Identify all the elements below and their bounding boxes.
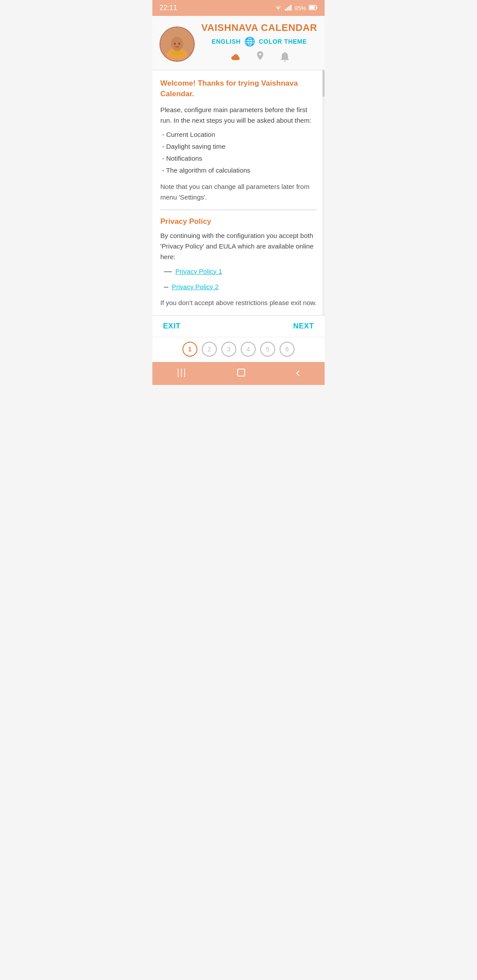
header-right: VAISHNAVA CALENDAR ENGLISH 🌐 COLOR THEME: [201, 22, 318, 66]
step-5[interactable]: 5: [260, 342, 275, 357]
section-divider: [160, 210, 317, 210]
home-nav-icon[interactable]: [236, 367, 246, 378]
svg-rect-0: [285, 9, 286, 11]
menu-nav-icon[interactable]: |||: [177, 367, 187, 377]
nav-bar: ||| ‹: [152, 362, 325, 385]
dash-2: –: [164, 282, 168, 291]
svg-rect-5: [310, 6, 315, 9]
avatar-image: [161, 28, 193, 60]
wifi-icon: [274, 4, 282, 12]
status-time: 22:11: [159, 4, 177, 12]
svg-point-13: [171, 51, 183, 55]
app-title: VAISHNAVA CALENDAR: [201, 22, 317, 34]
svg-rect-1: [287, 8, 288, 11]
language-button[interactable]: ENGLISH: [212, 38, 241, 45]
svg-rect-6: [317, 7, 318, 8]
step-6[interactable]: 6: [280, 342, 295, 357]
next-button[interactable]: NEXT: [293, 322, 314, 331]
battery-label: 85%: [295, 5, 306, 11]
step-1[interactable]: 1: [182, 342, 197, 357]
status-bar: 22:11 85%: [152, 0, 325, 16]
globe-icon[interactable]: 🌐: [244, 36, 255, 47]
svg-rect-2: [288, 6, 290, 11]
privacy-link-row-2: – Privacy Policy 2: [160, 282, 317, 291]
step-bar: 1 2 3 4 5 6: [152, 337, 325, 362]
exit-button[interactable]: EXIT: [163, 322, 181, 331]
battery-icon: [309, 4, 318, 11]
svg-point-11: [174, 43, 176, 45]
step-4[interactable]: 4: [241, 342, 256, 357]
signal-icon: [285, 4, 292, 12]
header-links: ENGLISH 🌐 COLOR THEME: [212, 36, 307, 47]
back-nav-icon[interactable]: ‹: [296, 366, 300, 380]
header-icon-row: [228, 51, 291, 66]
svg-rect-3: [290, 5, 292, 11]
status-icons: 85%: [274, 4, 318, 12]
body-text: Please, configure main parameters before…: [160, 105, 317, 126]
step-2[interactable]: 2: [202, 342, 217, 357]
step-3[interactable]: 3: [221, 342, 236, 357]
main-wrapper: Welcome! Thanks for trying Vaishnava Cal…: [152, 70, 325, 315]
svg-point-12: [178, 43, 180, 45]
list-item-0: - Current Location: [160, 128, 317, 140]
list-item-1: - Daylight saving time: [160, 140, 317, 152]
privacy-link-row-1: — Privacy Policy 1: [160, 267, 317, 276]
main-content: Welcome! Thanks for trying Vaishnava Cal…: [152, 70, 325, 315]
note-text: Note that you can change all parameters …: [160, 181, 317, 203]
action-bar: EXIT NEXT: [152, 315, 325, 337]
welcome-title: Welcome! Thanks for trying Vaishnava Cal…: [160, 78, 317, 99]
privacy-link-1[interactable]: Privacy Policy 1: [175, 268, 222, 275]
privacy-link-2[interactable]: Privacy Policy 2: [172, 283, 219, 290]
svg-point-10: [171, 37, 183, 51]
scrollbar-track: [322, 70, 325, 315]
privacy-title: Privacy Policy: [160, 217, 317, 226]
list-item-2: - Notifications: [160, 152, 317, 164]
header: VAISHNAVA CALENDAR ENGLISH 🌐 COLOR THEME: [152, 16, 325, 70]
avatar: [159, 26, 195, 62]
location-icon[interactable]: [255, 51, 265, 66]
svg-rect-14: [238, 369, 245, 376]
cloud-icon[interactable]: [228, 53, 241, 65]
scrollbar-thumb[interactable]: [322, 70, 325, 97]
color-theme-button[interactable]: COLOR THEME: [259, 38, 307, 45]
privacy-text: By continuing with the configuration you…: [160, 230, 317, 262]
bell-icon[interactable]: [279, 51, 291, 66]
list-item-3: - The algorithm of calculations: [160, 164, 317, 176]
dash-1: —: [164, 267, 172, 276]
exit-text: If you don't accept above restrictions p…: [160, 298, 317, 308]
